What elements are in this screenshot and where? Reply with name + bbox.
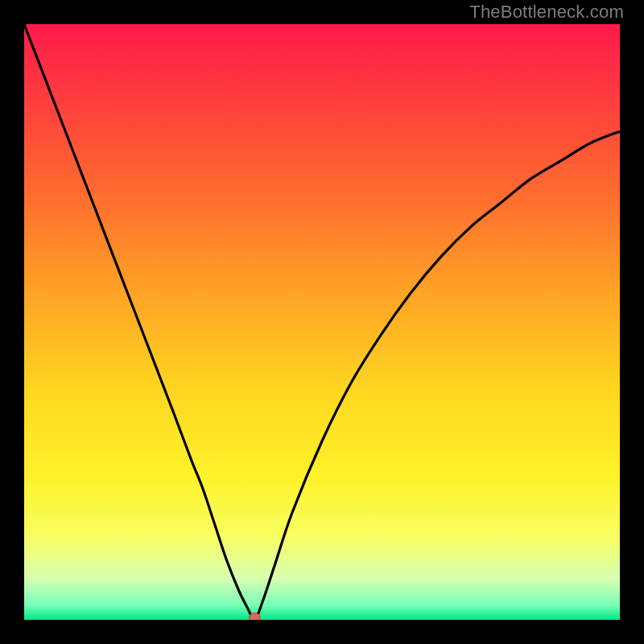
gradient-background xyxy=(24,24,620,620)
watermark-text: TheBottleneck.com xyxy=(469,2,624,23)
plot-area xyxy=(24,24,620,620)
optimal-point-marker xyxy=(249,613,260,621)
bottleneck-chart xyxy=(24,24,620,620)
chart-frame: TheBottleneck.com xyxy=(0,0,644,644)
